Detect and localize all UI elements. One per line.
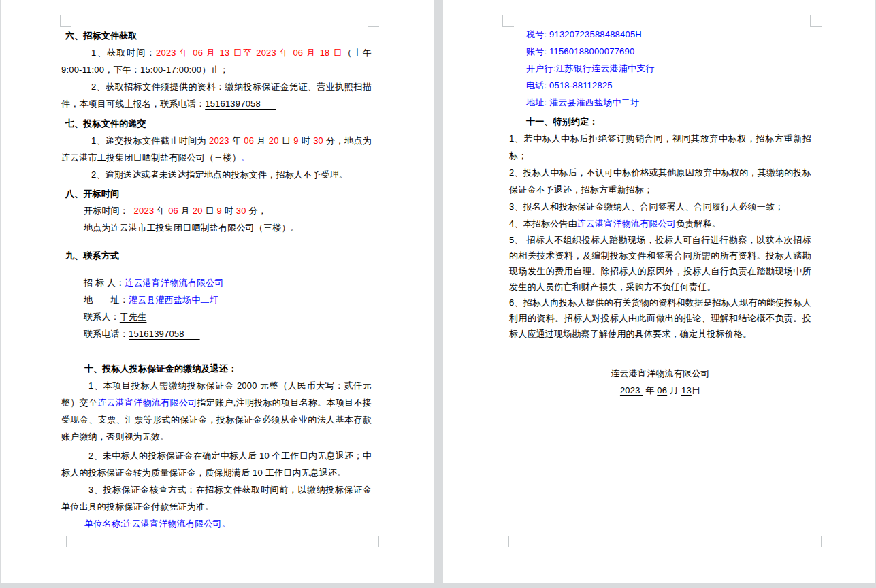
text-run: 地址: 灌云县灌西盐场中二圩 [526, 97, 639, 108]
text-run: 2023 [206, 135, 232, 146]
text-run: 9 [214, 206, 225, 216]
para-8-place: 地点为连云港市工投集团日晒制盐有限公司（三楼）。 [84, 219, 372, 236]
text-run: 六、招标文件获取 [65, 31, 137, 41]
para-11-2: 2、投标人中标后，不认可中标价格或其他原因放弃中标权的，其缴纳的投标保证金不予退… [509, 164, 811, 198]
text-run: 月 [667, 385, 681, 395]
text-run: 30 [233, 206, 248, 216]
text-run: 4、本招标公告由 [509, 218, 577, 229]
para-8-time: 开标时间： 2023 年 06 月 20 日 9 时 30 分， [84, 202, 372, 219]
margin-corner-mark-top-left [60, 15, 71, 27]
text-run: 月 [257, 135, 265, 146]
text-run: 分， [248, 206, 266, 216]
para-11-5: 5、 招标人不组织投标人踏勘现场，投标人可自行进行勘察，以获本次招标的相关技术资… [509, 232, 811, 295]
text-run: 七、投标文件的递交 [65, 118, 146, 129]
page-left-text-area[interactable]: 六、招标文件获取1、获取时间：2023 年 06 月 13 日至 2023 年 … [61, 27, 372, 532]
text-run: 06 [241, 135, 257, 146]
text-run: 3、报名人和投标保证金缴纳人、合同签署人、合同履行人必须一致； [509, 201, 783, 212]
bank-tax-no: 税号: 91320723588488405H [526, 26, 811, 43]
text-run: 灌云县灌西盐场中二圩 [129, 295, 218, 305]
bank-account-no: 账号: 11560188000077690 [526, 43, 811, 60]
unit-name: 单位名称:连云港宵洋物流有限公司。 [84, 515, 372, 532]
text-run: 联系电话： [84, 329, 129, 339]
margin-corner-mark-bottom-left [498, 536, 509, 547]
section-7-heading: 七、投标文件的递交 [65, 115, 372, 132]
contact-tenderer: 招 标 人：连云港宵洋物流有限公司 [84, 274, 372, 291]
text-run: 十、投标人投标保证金的缴纳及退还： [84, 363, 237, 374]
text-run: 15161397058 [205, 99, 276, 109]
text-run: 连云港宵洋物流有限公司 [125, 278, 223, 288]
text-run: 负责解释。 [676, 218, 721, 229]
text-run: 联系人： [84, 312, 120, 322]
bank-branch: 开户行:江苏银行连云港浦中支行 [526, 60, 811, 77]
document-canvas: 六、招标文件获取1、获取时间：2023 年 06 月 13 日至 2023 年 … [0, 0, 876, 588]
contact-person: 联系人：于先生 [84, 308, 372, 325]
text-run: 2023 [620, 385, 643, 395]
text-run: 年 [232, 135, 241, 146]
text-run: 日 [206, 206, 214, 216]
text-run: 年 [643, 385, 657, 395]
bank-address: 地址: 灌云县灌西盐场中二圩 [526, 94, 811, 111]
text-run: 连云港市工投集团日晒制盐有限公司（三楼）。 [111, 223, 305, 233]
page-right: 税号: 91320723588488405H账号: 11560188000077… [443, 0, 875, 583]
page-right-text-area[interactable]: 税号: 91320723588488405H账号: 11560188000077… [509, 26, 811, 399]
text-run: 30 [310, 135, 326, 146]
text-run: 连云港宵洋物流有限公司 [97, 397, 197, 408]
text-run: 十一、特别约定： [526, 116, 598, 127]
text-run: 地 址： [84, 295, 129, 305]
para-11-3: 3、报名人和投标保证金缴纳人、合同签署人、合同履行人必须一致； [509, 198, 811, 215]
contact-address: 地 址：灌云县灌西盐场中二圩 [84, 291, 372, 308]
para-6-2: 2、获取招标文件须提供的资料：缴纳投标保证金凭证、营业执照扫描件，本项目可线上报… [61, 78, 372, 112]
text-run: 。 [241, 152, 250, 163]
para-10-3: 3、投标保证金核查方式：在招标文件获取时间前，以缴纳投标保证金单位出具的投标保证… [61, 481, 372, 515]
text-run: 连云港市工投集团日晒制盐有限公司（三楼） [61, 152, 241, 163]
signature-company: 连云港宵洋物流有限公司 [509, 365, 811, 382]
text-run: 6、招标人向投标人提供的有关货物的资料和数据是招标人现有的能使投标人利用的资料。… [509, 297, 811, 339]
contact-phone: 联系电话：15161397058 [84, 325, 372, 342]
signature-date: 2023 年 06 月 13日 [509, 382, 811, 399]
margin-corner-mark-bottom-right [368, 536, 379, 547]
margin-corner-mark-bottom-right [810, 536, 822, 547]
text-run: 9 [291, 135, 302, 146]
text-run: 招 标 人： [84, 278, 125, 288]
text-run: 日 [282, 135, 291, 146]
para-7-1: 1、递交投标文件截止时间为 2023 年 06 月 20 日 9 时 30 分，… [61, 132, 372, 166]
text-run: 电话: 0518-88112825 [526, 80, 613, 91]
text-run: 3、投标保证金核查方式：在招标文件获取时间前，以缴纳投标保证金单位出具的投标保证… [61, 485, 372, 512]
page-left: 六、招标文件获取1、获取时间：2023 年 06 月 13 日至 2023 年 … [1, 0, 434, 583]
text-run: 时 [225, 206, 233, 216]
para-7-2: 2、逾期送达或者未送达指定地点的投标文件，招标人不予受理。 [61, 166, 372, 183]
text-run: 06 [165, 206, 180, 216]
section-10-heading: 十、投标人投标保证金的缴纳及退还： [84, 360, 372, 377]
text-run: 八、开标时间 [65, 189, 119, 199]
text-run: 税号: 91320723588488405H [526, 29, 642, 39]
text-run: 九、联系方式 [65, 250, 119, 261]
text-run: 分，地点为 [326, 135, 372, 146]
text-run: 账号: 11560188000077690 [526, 46, 634, 56]
para-11-1: 1、若中标人中标后拒绝签订购销合同，视同其放弃中标权，招标方重新招标； [509, 130, 811, 164]
text-run: 1、若中标人中标后拒绝签订购销合同，视同其放弃中标权，招标方重新招标； [509, 133, 811, 161]
para-10-1: 1、本项目投标人需缴纳投标保证金 2000 元整（人民币大写：贰仟元整）交至连云… [61, 377, 372, 445]
text-run: 2、未中标人的投标保证金在确定中标人后 10 个工作日内无息退还；中标人的投标保… [61, 451, 372, 478]
section-6-heading: 六、招标文件获取 [65, 27, 372, 44]
text-run: 开户行:江苏银行连云港浦中支行 [526, 63, 655, 74]
text-run: 2、投标人中标后，不认可中标价格或其他原因放弃中标权的，其缴纳的投标保证金不予退… [509, 167, 811, 195]
text-run: 5、 招标人不组织投标人踏勘现场，投标人可自行进行勘察，以获本次招标的相关技术资… [509, 235, 811, 292]
text-run: 连云港宵洋物流有限公司 [577, 218, 676, 229]
margin-corner-mark-top-left [502, 15, 514, 27]
text-run: 日 [692, 385, 700, 395]
text-run: 单位名称:连云港宵洋物流有限公司。 [84, 519, 231, 529]
margin-corner-mark-top-right [810, 15, 822, 27]
text-run: 2023 年 06 月 13 日至 2023 年 06 月 18 日 [156, 48, 343, 58]
section-9-heading: 九、联系方式 [65, 247, 372, 264]
section-8-heading: 八、开标时间 [65, 185, 372, 202]
text-run: 20 [190, 206, 205, 216]
margin-corner-mark-bottom-left [55, 536, 67, 547]
text-run: 连云港宵洋物流有限公司 [611, 368, 709, 378]
bank-phone: 电话: 0518-88112825 [526, 77, 811, 94]
para-11-4: 4、本招标公告由连云港宵洋物流有限公司负责解释。 [509, 215, 811, 232]
text-run: 时 [302, 135, 310, 146]
para-10-2: 2、未中标人的投标保证金在确定中标人后 10 个工作日内无息退还；中标人的投标保… [61, 447, 372, 481]
text-run: 2、逾期送达或者未送达指定地点的投标文件，招标人不予受理。 [91, 169, 348, 180]
text-run: 地点为 [84, 223, 111, 233]
para-11-6: 6、招标人向投标人提供的有关货物的资料和数据是招标人现有的能使投标人利用的资料。… [509, 295, 811, 342]
